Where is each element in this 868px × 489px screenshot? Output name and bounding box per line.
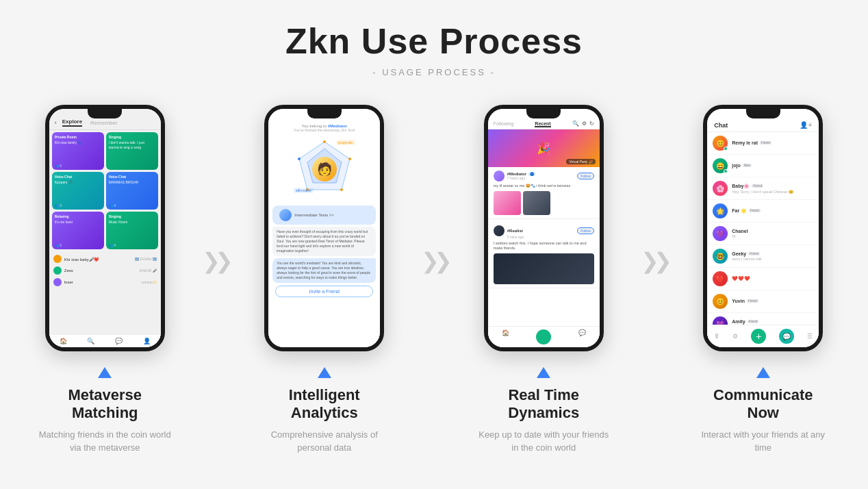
mediator-badge[interactable]: Intermediate Tests >> — [272, 205, 376, 225]
chat-item-baby[interactable]: 🌸 Baby🌸 Friend Hey, Sorry, I don't speak… — [707, 177, 819, 200]
analytics-avatar: 🧑 — [312, 157, 337, 181]
room-card-1[interactable]: Private Room Khi xiao family 🐾 👥 5 — [52, 132, 104, 170]
phone-4-wrapper: Chat 👤+ 😊 Remy — [703, 105, 823, 351]
step2-desc: Comprehensive analysis of personal data — [256, 428, 393, 455]
phone1-explore-tab[interactable]: Explore — [62, 118, 82, 127]
profile-icon-bottom[interactable]: 👤 — [143, 338, 151, 344]
phone3-bottom-bar: 🏠 ✚ 💬 — [488, 326, 600, 347]
post1-avatar — [494, 171, 505, 181]
chat-header: Chat 👤+ — [707, 118, 819, 132]
user-row-3[interactable]: loser suhana✨ — [53, 277, 157, 288]
chat-item-geeky[interactable]: 🤓 Geeky Friend sorry I cannot talk — [707, 245, 819, 268]
chat-avatar-yuvin: 😊 — [713, 294, 728, 309]
post1-img2 — [523, 191, 550, 215]
post-1: #Mediator 🔵 7 hours ago Follow my lil av… — [488, 167, 600, 219]
chat-icon-3[interactable]: 💬 — [578, 329, 586, 344]
post2-time: 5 mins ago — [507, 235, 524, 239]
phone-2-content: You belong to #Mediator You've finished … — [268, 109, 380, 347]
add-btn-4[interactable]: + — [751, 329, 766, 344]
chat-item-yuvin[interactable]: 😊 Yuvin Friend — [707, 290, 819, 313]
step-real-time-dynamics: Following Recent 🔍 ⚙ ↻ 🎉 — [452, 105, 635, 455]
svg-point-2 — [323, 140, 326, 143]
room-card-3[interactable]: Voice Chat Kpopers 🎵 👥 5 — [52, 172, 104, 210]
label-pragmatic: pragmatic — [336, 140, 355, 145]
page-title: Zkn Use Process — [285, 21, 583, 62]
user-row-2[interactable]: Zess DADAR 🎤 — [53, 265, 157, 277]
chat-avatar-geeky: 🤓 — [713, 249, 728, 264]
chat-avatar-remy: 😊 — [713, 136, 728, 151]
invite-friend-btn[interactable]: Invite a Friend — [275, 286, 373, 297]
phone-1-content: ‹ Explore Remember Private Room Khi xiao… — [49, 109, 161, 347]
phone-4: Chat 👤+ 😊 Remy — [703, 105, 823, 351]
phone-3-content: Following Recent 🔍 ⚙ ↻ 🎉 — [488, 109, 600, 347]
chat-avatar-far: 🌟 — [713, 203, 728, 218]
chat-item-hearts[interactable]: ❤️ ❤️❤️❤️ — [707, 268, 819, 290]
step-intelligent-analytics: You belong to #Mediator You've finished … — [233, 105, 416, 455]
add-icon-3[interactable]: ✚ — [536, 329, 551, 344]
phone-1: ‹ Explore Remember Private Room Khi xiao… — [45, 105, 165, 351]
step-metaverse-matching: ‹ Explore Remember Private Room Khi xiao… — [14, 105, 196, 455]
chat-item-remy[interactable]: 😊 Remy le rat Friend — [707, 132, 819, 155]
post1-badge: 🔵 — [528, 172, 535, 176]
post1-text: my lil avatar vs me 🤩🐾 i think we're twi… — [494, 184, 594, 189]
voice-icon-4[interactable]: 🎙 — [714, 333, 720, 340]
chat-list: 😊 Remy le rat Friend — [707, 132, 819, 336]
bubble-1: Have you ever thought of escaping from t… — [272, 227, 376, 256]
phone1-room-grid: Private Room Khi xiao family 🐾 👥 5 Singi… — [49, 130, 161, 251]
phone1-back-icon: ‹ — [55, 119, 57, 126]
post1-follow-btn[interactable]: Follow — [577, 173, 593, 179]
more-icon-4[interactable]: ☰ — [807, 333, 813, 340]
analytics-subtext: You've finished the elementary Zkn Test! — [275, 128, 373, 132]
phone-4-content: Chat 👤+ 😊 Remy — [707, 109, 819, 347]
pentagon-chart: 🧑 pragmatic affirmative — [294, 138, 355, 200]
label-affirmative: affirmative — [294, 188, 314, 193]
step3-title: Real TimeDynamics — [508, 386, 579, 423]
virtual-party-badge: Virtual Party 🎉 — [566, 159, 596, 164]
step-communicate-now: Chat 👤+ 😊 Remy — [672, 105, 855, 455]
post2-text: I seldom watch this. I hope someone can … — [494, 241, 594, 251]
arrow-1: ❯❯ — [196, 248, 233, 274]
chat-btn-4[interactable]: 💬 — [779, 329, 794, 344]
post2-avatar — [494, 225, 505, 236]
step1-triangle — [98, 367, 112, 378]
room-card-6[interactable]: Singing Music Room 👥 4 — [106, 212, 158, 249]
post1-time: 7 hours ago — [507, 176, 535, 180]
step3-desc: Keep up to date with your friends in the… — [475, 428, 612, 455]
chat-item-jojo[interactable]: 😄 jojo New — [707, 155, 819, 177]
step4-triangle — [756, 367, 770, 378]
user-row-1[interactable]: Khi xiao baby🎤❤️ 🇬🇷 Ελλάδα 🇬🇷 — [53, 253, 157, 265]
filter-icon-3[interactable]: ⚙ — [582, 121, 587, 127]
phone-2: You belong to #Mediator You've finished … — [264, 105, 384, 351]
home-icon-3[interactable]: 🏠 — [502, 329, 509, 344]
following-tab[interactable]: Following — [494, 121, 514, 126]
search-icon-3[interactable]: 🔍 — [572, 121, 579, 127]
phone1-bottom-bar: 🏠 🔍 💬 👤 — [49, 334, 161, 347]
room-card-4[interactable]: Voice Chat MARIMAS BIRSAR 👥 4 — [106, 172, 158, 210]
recent-tab[interactable]: Recent — [535, 121, 550, 126]
post2-follow-btn[interactable]: Follow — [577, 227, 593, 234]
chat-item-chanel[interactable]: 💜 Chanel Hi — [707, 223, 819, 245]
step1-desc: Matching friends in the coin world via t… — [36, 428, 173, 455]
arrow-2: ❯❯ — [416, 248, 452, 274]
chat-icon-bottom[interactable]: 💬 — [115, 338, 123, 344]
mediator-text: Intermediate Tests >> — [294, 213, 334, 217]
settings-icon-4[interactable]: ⚙ — [732, 333, 738, 340]
step2-triangle — [318, 367, 331, 378]
phone3-header: Following Recent 🔍 ⚙ ↻ — [488, 118, 600, 129]
phone1-user-section: Khi xiao baby🎤❤️ 🇬🇷 Ελλάδα 🇬🇷 Zess DADAR… — [49, 251, 161, 290]
add-friend-icon[interactable]: 👤+ — [800, 121, 812, 129]
phone1-remember-tab[interactable]: Remember — [90, 120, 118, 126]
step1-title: MetaverseMatching — [68, 386, 142, 423]
phone-1-wrapper: ‹ Explore Remember Private Room Khi xiao… — [45, 105, 165, 351]
phone-2-wrapper: You belong to #Mediator You've finished … — [264, 105, 384, 351]
refresh-icon-3[interactable]: ↻ — [589, 121, 594, 127]
room-card-2[interactable]: Singing I don't wanna talk. I just wanna… — [106, 132, 158, 170]
chat-item-far[interactable]: 🌟 Far 🌟 Friend — [707, 200, 819, 223]
step3-triangle — [537, 367, 550, 378]
svg-point-4 — [340, 188, 343, 191]
home-icon[interactable]: 🏠 — [60, 338, 67, 344]
chat-avatar-baby: 🌸 — [713, 181, 728, 196]
svg-point-6 — [298, 158, 301, 160]
search-icon-bottom[interactable]: 🔍 — [87, 338, 94, 344]
room-card-5[interactable]: Relaxing It's me loser 👥 5 — [52, 212, 104, 249]
